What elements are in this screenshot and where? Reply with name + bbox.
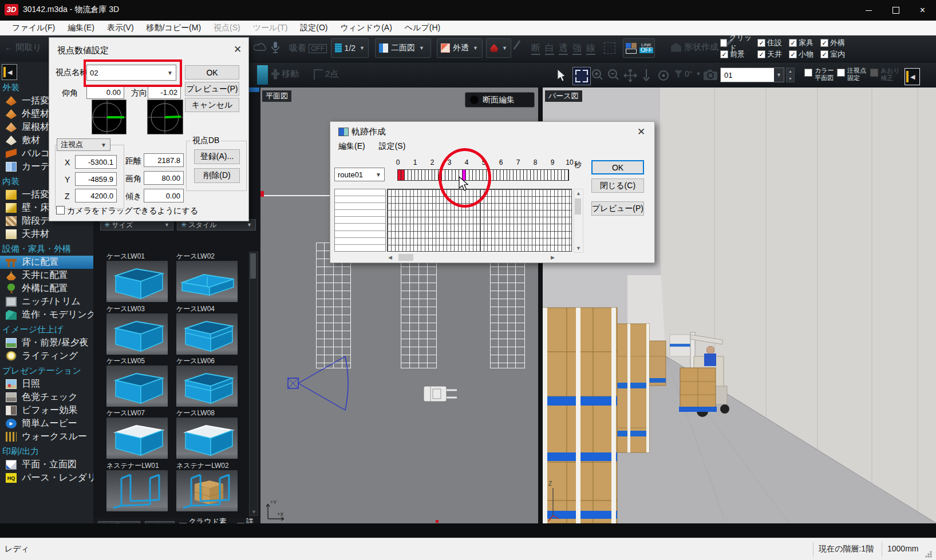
detail-checkbox[interactable]: ✓詳細	[237, 517, 260, 523]
snap-toggle[interactable]: 吸着 OFF	[289, 43, 327, 54]
menu-ファイル(F)[interactable]: ファイル(F)	[6, 23, 61, 33]
shape-create-button[interactable]: 形状作成	[671, 42, 718, 53]
menu-移動/コピー(M)[interactable]: 移動/コピー(M)	[140, 23, 208, 33]
display-mode-断[interactable]: 断	[531, 42, 540, 55]
timeline-cell[interactable]	[565, 170, 568, 180]
move-tool-button[interactable]: 移動	[271, 69, 299, 80]
menu-edit[interactable]: 編集(E)	[338, 141, 365, 152]
trajectory-row-list[interactable]	[334, 189, 386, 252]
catalog-item-ネステナーLW02[interactable]: ネステナーLW02	[176, 461, 239, 511]
orbit-icon[interactable]	[656, 68, 671, 83]
catalog-item-thumbnail[interactable]	[176, 261, 238, 302]
maximize-button[interactable]	[882, 0, 909, 21]
register-button[interactable]: 登録(A)...	[194, 149, 240, 164]
scroll-down-icon[interactable]: ▼	[576, 245, 581, 251]
roof-display-button[interactable]: ▼	[486, 38, 511, 58]
delete-button[interactable]: 削除(D)	[194, 168, 240, 183]
sidebar-item-ビフォー効果[interactable]: ビフォー効果	[0, 404, 93, 417]
close-icon[interactable]: ✕	[234, 43, 242, 55]
visibility-checkbox-外構[interactable]: ✓外構	[820, 37, 850, 49]
visibility-checkbox-家具[interactable]: ✓家具	[789, 37, 819, 49]
sidebar-item-ウォークスルー[interactable]: ウォークスルー	[0, 430, 93, 443]
elevation-dial[interactable]	[92, 100, 127, 134]
active-tool-indicator[interactable]	[257, 65, 268, 85]
ok-button[interactable]: OK	[591, 160, 644, 174]
catalog-item-thumbnail[interactable]	[176, 470, 238, 511]
scroll-left-icon[interactable]: ◀	[388, 255, 392, 260]
right-panel-collapse-button[interactable]: ◀	[905, 68, 920, 85]
menu-settings[interactable]: 設定(S)	[379, 141, 406, 152]
cancel-button[interactable]: キャンセル	[185, 98, 239, 112]
sidebar-item-色覚チェック[interactable]: 色覚チェック	[0, 391, 93, 404]
display-mode-白[interactable]: 白	[545, 42, 554, 55]
zoom-out-icon[interactable]	[607, 68, 621, 83]
tilt-input[interactable]: 0.00	[144, 189, 184, 202]
sidebar-item-天井材[interactable]: 天井材	[0, 228, 93, 241]
select-cursor-icon[interactable]	[556, 69, 568, 83]
back-button[interactable]: ← 間取り	[5, 42, 42, 53]
section-line-icon[interactable]	[514, 40, 528, 55]
selection-box-icon[interactable]	[604, 42, 615, 54]
zoom-fit-button[interactable]	[572, 67, 591, 85]
camera-drag-checkbox[interactable]	[56, 206, 65, 215]
sidebar-item-造作・モデリング[interactable]: 造作・モデリング	[0, 308, 93, 321]
catalog-item-ケースLW04[interactable]: ケースLW04	[176, 304, 239, 355]
catalog-item-ケースLW08[interactable]: ケースLW08	[176, 408, 239, 459]
catalog-item-ケースLW03[interactable]: ケースLW03	[106, 304, 169, 355]
scroll-up-icon[interactable]: ▲	[576, 190, 581, 196]
scrollbar-thumb[interactable]	[398, 254, 413, 261]
minimize-button[interactable]	[855, 0, 882, 21]
scrollbar-thumb[interactable]	[250, 253, 256, 279]
close-dialog-button[interactable]: 閉じる(C)	[591, 178, 644, 193]
catalog-item-thumbnail[interactable]	[106, 313, 168, 355]
drop-down-move-icon[interactable]	[640, 68, 653, 83]
view-checkbox-あおり[interactable]: あおり補正	[870, 67, 900, 81]
catalog-item-thumbnail[interactable]	[106, 366, 168, 407]
camera-view-select[interactable]: 01 ▼	[720, 67, 784, 82]
catalog-item-thumbnail[interactable]	[176, 418, 238, 459]
sidebar-item-日照[interactable]: 日照	[0, 378, 93, 391]
catalog-item-thumbnail[interactable]	[106, 418, 168, 459]
sidebar-item-背・前景/昼夕夜[interactable]: 背・前景/昼夕夜	[0, 336, 93, 349]
catalog-item-ケースLW06[interactable]: ケースLW06	[176, 356, 239, 407]
menu-視点(S)[interactable]: 視点(S)	[207, 23, 247, 33]
catalog-scrollbar[interactable]: ▼	[249, 252, 258, 516]
display-mode-線[interactable]: 線	[586, 42, 595, 55]
cloud-upload-icon[interactable]	[254, 41, 267, 54]
catalog-item-ネステナーLW01[interactable]: ネステナーLW01	[106, 461, 169, 511]
visibility-checkbox-室内[interactable]: ✓室内	[820, 49, 850, 60]
menu-表示(V)[interactable]: 表示(V)	[101, 23, 140, 33]
catalog-item-ケースLW01[interactable]: ケースLW01	[106, 252, 169, 302]
display-mode-強[interactable]: 強	[572, 42, 582, 55]
sidebar-item-簡単ムービー[interactable]: ▶簡単ムービー	[0, 417, 93, 430]
scroll-right-icon[interactable]: ▶	[551, 255, 555, 260]
pan-icon[interactable]	[623, 68, 638, 83]
catalog-item-ケースLW07[interactable]: ケースLW07	[106, 408, 169, 459]
horizontal-scrollbar[interactable]: ◀ ▶	[387, 254, 572, 261]
tilt-angle-control[interactable]: 0°▼	[674, 69, 701, 78]
scroll-down-icon[interactable]: ▼	[251, 509, 256, 515]
cloud-material-checkbox[interactable]: ✓クラウド素材	[179, 517, 232, 523]
catalog-item-thumbnail[interactable]	[106, 261, 168, 302]
close-icon[interactable]: ✕	[637, 126, 645, 138]
sidebar-item-天井に配置[interactable]: 天井に配置	[0, 269, 93, 282]
scrollbar-thumb[interactable]	[575, 198, 581, 215]
preview-button[interactable]: プレビュー(P)	[591, 201, 644, 216]
menu-ヘルプ(H)[interactable]: ヘルプ(H)	[398, 23, 447, 33]
menu-ツール(T)[interactable]: ツール(T)	[247, 23, 294, 33]
z-input[interactable]: 4200.0	[75, 189, 117, 202]
catalog-item-thumbnail[interactable]	[176, 313, 238, 355]
section-edit-button[interactable]: 断面編集	[465, 92, 535, 108]
resize-grip[interactable]	[925, 551, 932, 558]
visibility-checkbox-天井[interactable]: ✓天井	[757, 49, 787, 60]
preview-button[interactable]: プレビュー(P)	[185, 82, 239, 96]
two-point-tool-button[interactable]: 2点	[314, 69, 338, 80]
route-select[interactable]: route01▼	[334, 168, 385, 181]
exterior-translucent-button[interactable]: 外透▼	[437, 38, 483, 58]
catalog-item-thumbnail[interactable]	[106, 470, 168, 511]
view-checkbox-注視点[interactable]: 注視点固定	[837, 67, 866, 81]
zoom-in-icon[interactable]	[591, 68, 605, 83]
display-mode-透[interactable]: 透	[559, 42, 568, 55]
camera-view-spinner[interactable]: ▲ ▼	[786, 67, 795, 82]
direction-input[interactable]: -1.02	[148, 85, 181, 99]
